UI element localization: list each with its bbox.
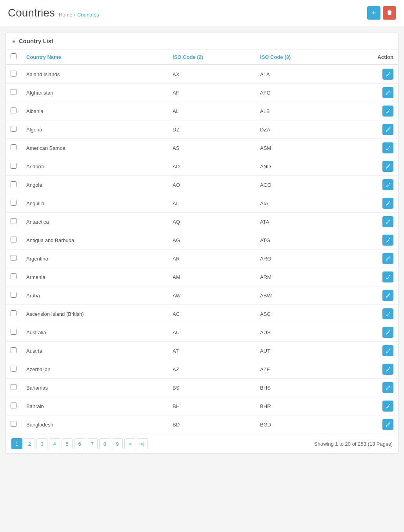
row-checkbox[interactable]: [11, 329, 16, 335]
page-button[interactable]: 1: [11, 438, 22, 449]
header-iso2[interactable]: ISO Code (2): [168, 49, 255, 65]
edit-country-button[interactable]: [382, 198, 393, 209]
row-action-cell: [343, 157, 398, 176]
page-button[interactable]: 4: [49, 438, 60, 449]
row-country-name: American Samoa: [22, 139, 168, 157]
row-checkbox[interactable]: [11, 310, 16, 316]
edit-country-button[interactable]: [382, 87, 393, 98]
edit-country-button[interactable]: [382, 142, 393, 153]
row-checkbox[interactable]: [11, 89, 16, 95]
edit-country-button[interactable]: [382, 179, 393, 190]
pencil-icon: [386, 201, 391, 206]
row-checkbox-cell: [6, 231, 22, 250]
edit-country-button[interactable]: [382, 290, 393, 301]
page-button[interactable]: 5: [62, 438, 73, 449]
edit-country-button[interactable]: [382, 327, 393, 338]
row-checkbox[interactable]: [11, 181, 16, 187]
edit-country-button[interactable]: [382, 345, 393, 356]
row-action-cell: [343, 305, 398, 323]
page-button[interactable]: >: [124, 438, 135, 449]
row-checkbox[interactable]: [11, 421, 16, 427]
pencil-icon: [386, 72, 391, 77]
breadcrumb-current: Countries: [77, 12, 99, 18]
edit-country-button[interactable]: [382, 161, 393, 172]
row-action-cell: [343, 397, 398, 415]
page-button[interactable]: 6: [74, 438, 85, 449]
add-country-button[interactable]: +: [367, 6, 380, 20]
select-all-checkbox[interactable]: [11, 53, 16, 59]
row-checkbox[interactable]: [11, 273, 16, 279]
card-title: Country List: [19, 38, 53, 44]
edit-country-button[interactable]: [382, 124, 393, 135]
row-country-name: Argentina: [22, 250, 168, 268]
page-button[interactable]: 9: [112, 438, 123, 449]
edit-country-button[interactable]: [382, 235, 393, 246]
page-button[interactable]: 7: [87, 438, 98, 449]
page-button[interactable]: 2: [24, 438, 35, 449]
main-content: ≡ Country List Country Name↑ ISO Code (2…: [0, 26, 404, 460]
header-iso3[interactable]: ISO Code (3): [255, 49, 343, 65]
page-button[interactable]: 8: [99, 438, 110, 449]
row-checkbox[interactable]: [11, 255, 16, 261]
row-checkbox[interactable]: [11, 107, 16, 113]
edit-country-button[interactable]: [382, 271, 393, 282]
row-checkbox[interactable]: [11, 347, 16, 353]
row-country-name: Australia: [22, 323, 168, 342]
row-iso2: BD: [168, 415, 255, 434]
edit-country-button[interactable]: [382, 401, 393, 412]
pencil-icon: [386, 109, 391, 114]
row-iso3: AIA: [255, 194, 343, 213]
page-button[interactable]: >|: [137, 438, 148, 449]
row-checkbox-cell: [6, 415, 22, 434]
row-checkbox[interactable]: [11, 200, 16, 206]
row-checkbox[interactable]: [11, 126, 16, 132]
row-checkbox[interactable]: [11, 384, 16, 390]
table-row: Anguilla AI AIA: [6, 194, 398, 213]
row-iso2: AF: [168, 84, 255, 102]
row-iso2: AQ: [168, 213, 255, 231]
row-iso2: AG: [168, 231, 255, 250]
row-action-cell: [343, 250, 398, 268]
row-iso3: BHS: [255, 379, 343, 397]
page-button[interactable]: 3: [36, 438, 47, 449]
row-iso3: ARG: [255, 250, 343, 268]
row-checkbox[interactable]: [11, 163, 16, 169]
row-iso3: AZE: [255, 360, 343, 379]
edit-country-button[interactable]: [382, 364, 393, 375]
table-row: Algeria DZ DZA: [6, 120, 398, 139]
edit-country-button[interactable]: [382, 216, 393, 227]
row-checkbox[interactable]: [11, 144, 16, 150]
table-row: Austria AT AUT: [6, 342, 398, 360]
row-checkbox[interactable]: [11, 237, 16, 242]
row-iso3: ATA: [255, 213, 343, 231]
row-checkbox[interactable]: [11, 218, 16, 224]
row-checkbox-cell: [6, 213, 22, 231]
edit-country-button[interactable]: [382, 106, 393, 117]
header-action-buttons: +: [367, 6, 396, 20]
row-checkbox[interactable]: [11, 403, 16, 408]
row-iso2: AI: [168, 194, 255, 213]
row-checkbox[interactable]: [11, 71, 16, 77]
table-row: Bahamas BS BHS: [6, 379, 398, 397]
edit-country-button[interactable]: [382, 308, 393, 319]
edit-country-button[interactable]: [382, 253, 393, 264]
edit-country-button[interactable]: [382, 69, 393, 80]
header-checkbox-cell: [6, 49, 22, 65]
table-row: Albania AL ALB: [6, 102, 398, 120]
breadcrumb-home[interactable]: Home: [59, 12, 73, 18]
delete-country-button[interactable]: [383, 6, 396, 20]
table-row: Bangladesh BD BGD: [6, 415, 398, 434]
row-checkbox-cell: [6, 250, 22, 268]
row-iso3: AFG: [255, 84, 343, 102]
row-checkbox-cell: [6, 139, 22, 157]
header-country-name[interactable]: Country Name↑: [22, 49, 168, 65]
row-checkbox[interactable]: [11, 292, 16, 298]
edit-country-button[interactable]: [382, 419, 393, 430]
row-checkbox[interactable]: [11, 366, 16, 372]
edit-country-button[interactable]: [382, 382, 393, 393]
pencil-icon: [386, 146, 391, 151]
pencil-icon: [386, 367, 391, 372]
pagination: 123456789>>|: [11, 438, 148, 449]
row-action-cell: [343, 120, 398, 139]
countries-table: Country Name↑ ISO Code (2) ISO Code (3) …: [6, 49, 398, 434]
